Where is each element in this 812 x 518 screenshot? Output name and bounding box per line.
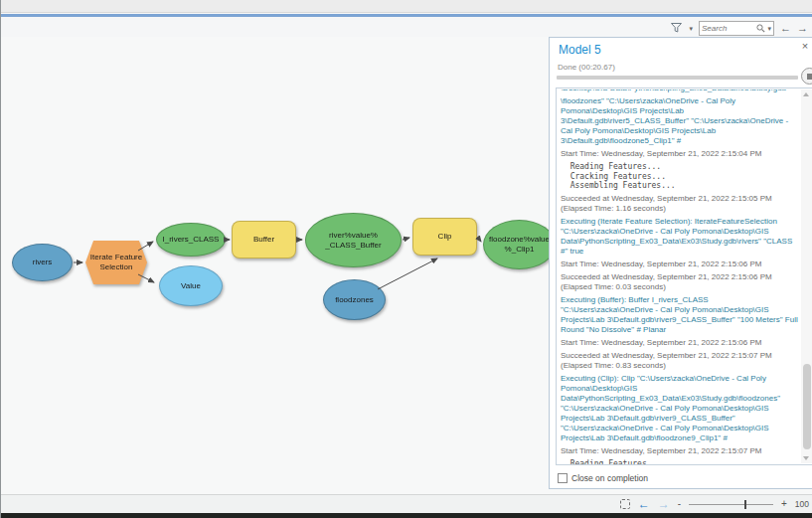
node-label: Value (181, 281, 201, 291)
run-status-text: Done (00:20.67) (558, 63, 615, 72)
status-bar: ← → - + 100 (1, 494, 812, 513)
window-titlebar (1, 0, 812, 13)
zoom-to-fit-icon[interactable] (620, 499, 630, 509)
geoprocessing-log[interactable]: \Desktop\GIS Data\PythonScripting_Ex03_D… (556, 87, 812, 465)
model-run-dialog: Model 5 × Done (00:20.67) \Desktop\GIS D… (549, 37, 812, 489)
zoom-in-button[interactable]: + (781, 499, 787, 509)
close-on-completion-checkbox[interactable] (558, 473, 568, 483)
model-node-iterate-feature-selection[interactable]: Iterate Feature Selection (85, 241, 147, 284)
stop-button[interactable] (801, 68, 812, 85)
log-message: Reading Features... Cracking Features...… (561, 162, 799, 191)
progress-bar (557, 76, 798, 80)
zoom-percent-value: 100 (795, 499, 809, 509)
close-icon[interactable]: × (799, 40, 811, 52)
search-box[interactable]: ▾ (699, 21, 774, 36)
log-message: Executing (Buffer): Buffer I_rivers_CLAS… (561, 295, 799, 335)
model-node-rivers[interactable]: rivers (12, 244, 73, 281)
search-icon[interactable] (756, 24, 765, 33)
log-messages: \Desktop\GIS Data\PythonScripting_Ex03_D… (561, 89, 799, 465)
model-node-clip[interactable]: Clip (412, 218, 477, 256)
diagram-toolbar: ▾ ▾ ← → (671, 20, 808, 36)
scroll-up-icon[interactable] (803, 92, 809, 96)
dialog-title: Model 5 (559, 43, 601, 57)
filter-dropdown-caret[interactable]: ▾ (689, 25, 693, 32)
search-input[interactable] (702, 24, 754, 33)
log-message: \floodzones" "C:\Users\zacka\OneDrive - … (561, 96, 799, 146)
next-extent-icon[interactable]: → (658, 498, 670, 510)
zoom-slider-track (689, 504, 773, 505)
log-message: Succeeded at Wednesday, September 21, 20… (561, 351, 799, 371)
model-node-floodzones[interactable]: floodzones (323, 279, 386, 320)
node-label: river%value% _CLASS_Buffer (325, 231, 381, 250)
filter-icon[interactable] (671, 23, 683, 33)
log-message: Executing (Iterate Feature Selection): I… (561, 217, 799, 257)
model-node-value[interactable]: Value (159, 265, 223, 306)
previous-extent-icon[interactable]: ← (638, 498, 650, 510)
node-label: floodzones (335, 295, 374, 305)
node-label: Iterate Feature Selection (90, 253, 142, 271)
zoom-out-button[interactable]: - (678, 499, 681, 509)
background-window-edge (1, 513, 812, 518)
close-on-completion-row[interactable]: Close on completion (558, 473, 648, 483)
log-message: Succeeded at Wednesday, September 21, 20… (561, 194, 799, 214)
scroll-down-icon[interactable] (803, 456, 809, 460)
log-message: Start Time: Wednesday, September 21, 202… (561, 338, 799, 348)
model-node-river-value-class-buffer[interactable]: river%value% _CLASS_Buffer (305, 213, 402, 267)
log-scrollbar[interactable] (801, 89, 812, 463)
search-dropdown-caret[interactable]: ▾ (767, 25, 771, 32)
node-label: floodzone%value %_Clip1 (489, 235, 550, 254)
log-message: \Desktop\GIS Data\PythonScripting_Ex03_D… (561, 89, 799, 94)
log-message: Succeeded at Wednesday, September 21, 20… (561, 272, 799, 292)
zoom-slider[interactable] (689, 499, 773, 509)
node-label: I_rivers_CLASS (163, 235, 220, 245)
node-label: Clip (438, 232, 452, 242)
stop-icon (807, 74, 812, 80)
close-on-completion-label: Close on completion (571, 473, 648, 483)
log-message: Reading Features... Cracking Features...… (561, 459, 799, 466)
log-message: Start Time: Wednesday, September 21, 202… (561, 446, 799, 456)
model-node-buffer[interactable]: Buffer (232, 221, 296, 259)
navigate-forward-icon[interactable]: → (797, 23, 808, 34)
navigate-back-icon[interactable]: ← (780, 23, 791, 34)
model-node-i-rivers-class[interactable]: I_rivers_CLASS (156, 223, 226, 257)
zoom-slider-handle[interactable] (744, 500, 746, 509)
node-label: rivers (33, 258, 53, 267)
log-message: Executing (Clip): Clip "C:\Users\zacka\O… (561, 374, 799, 443)
scrollbar-thumb[interactable] (803, 364, 811, 449)
node-label: Buffer (253, 235, 274, 245)
log-message: Start Time: Wednesday, September 21, 202… (561, 259, 799, 269)
log-message: Start Time: Wednesday, September 21, 202… (561, 149, 799, 159)
model-node-floodzone-value-clip1[interactable]: floodzone%value %_Clip1 (483, 220, 556, 269)
